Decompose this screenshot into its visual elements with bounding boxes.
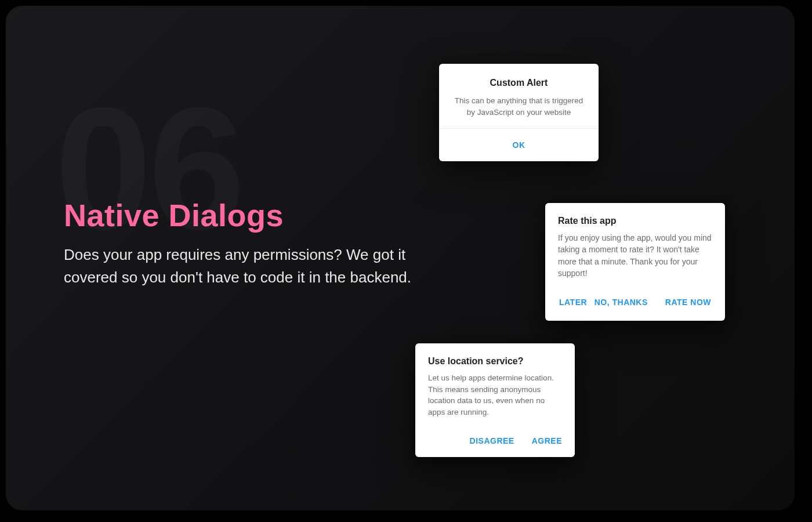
- dialog-title: Rate this app: [558, 216, 712, 226]
- dialog-actions: LATER NO, THANKS RATE NOW: [545, 287, 725, 321]
- dialog-title: Use location service?: [428, 356, 562, 367]
- dialog-content: Use location service? Let us help apps d…: [415, 343, 575, 426]
- dialog-body: This can be anything that is triggered b…: [452, 95, 586, 118]
- dialog-body: Let us help apps determine location. Thi…: [428, 372, 562, 418]
- dialog-actions: DISAGREE AGREE: [415, 426, 575, 457]
- slide-06-native-dialogs: 06 Native Dialogs Does your app requires…: [6, 6, 795, 510]
- actions-trailing: NO, THANKS RATE NOW: [593, 295, 712, 309]
- hero-block: Native Dialogs Does your app requires an…: [64, 197, 435, 289]
- rate-now-button[interactable]: RATE NOW: [664, 295, 712, 309]
- hero-subtitle: Does your app requires any permissions? …: [64, 244, 435, 289]
- hero-title: Native Dialogs: [64, 197, 435, 233]
- disagree-button[interactable]: DISAGREE: [469, 434, 516, 448]
- dialog-content: Custom Alert This can be anything that i…: [439, 64, 599, 128]
- dialog-content: Rate this app If you enjoy using the app…: [545, 203, 725, 287]
- dialog-rate-app: Rate this app If you enjoy using the app…: [545, 203, 725, 321]
- ok-button[interactable]: OK: [512, 138, 527, 152]
- dialog-location-service: Use location service? Let us help apps d…: [415, 343, 575, 457]
- agree-button[interactable]: AGREE: [531, 434, 563, 448]
- dialog-title: Custom Alert: [452, 78, 586, 88]
- no-thanks-button[interactable]: NO, THANKS: [593, 295, 649, 309]
- later-button[interactable]: LATER: [558, 295, 588, 309]
- dialog-custom-alert: Custom Alert This can be anything that i…: [439, 64, 599, 161]
- dialog-actions: OK: [439, 128, 599, 161]
- dialog-body: If you enjoy using the app, would you mi…: [558, 232, 712, 279]
